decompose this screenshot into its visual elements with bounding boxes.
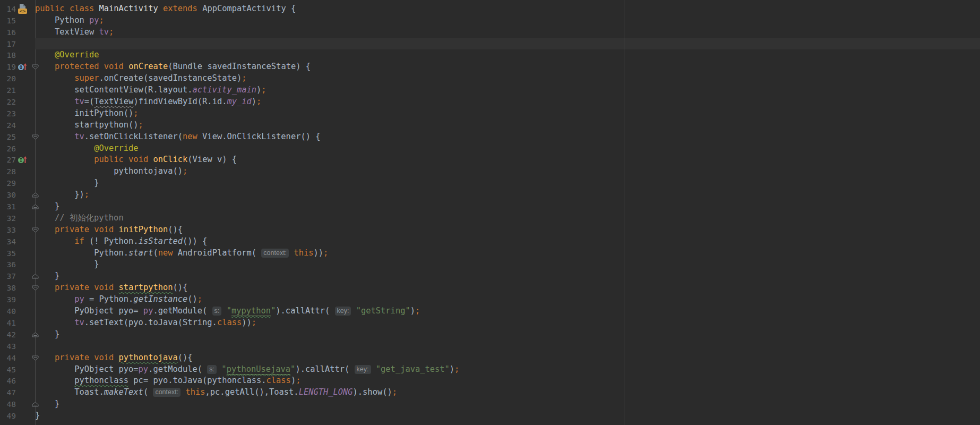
line-number[interactable]: 39 <box>0 294 16 305</box>
code-line-text: } <box>35 201 980 212</box>
code-line[interactable]: 35 Python.start(new AndroidPlatform( con… <box>0 248 980 259</box>
line-number[interactable]: 24 <box>0 120 16 131</box>
line-number[interactable]: 30 <box>0 189 16 201</box>
line-number[interactable]: 35 <box>0 248 16 259</box>
code-line[interactable]: 41 tv.setText(pyo.toJava(String.class)); <box>0 317 980 329</box>
code-line[interactable]: 38 private void startpython(){ <box>0 282 980 294</box>
fold-marker-icon[interactable] <box>27 398 35 410</box>
line-number[interactable]: 31 <box>0 201 16 212</box>
line-number[interactable]: 41 <box>0 317 16 329</box>
code-line[interactable]: 30 }); <box>0 189 980 201</box>
code-line[interactable]: 44 private void pythontojava(){ <box>0 352 980 364</box>
line-number[interactable]: 20 <box>0 73 16 84</box>
code-line[interactable]: 15 Python py; <box>0 15 980 27</box>
line-number[interactable]: 25 <box>0 131 16 143</box>
line-number[interactable]: 47 <box>0 387 16 398</box>
line-number[interactable]: 29 <box>0 177 16 189</box>
code-token: .getModule( <box>148 364 207 374</box>
code-line[interactable]: 32 // 初始化python <box>0 212 980 224</box>
line-number[interactable]: 36 <box>0 259 16 270</box>
fold-marker-icon[interactable] <box>27 61 35 73</box>
code-line[interactable]: 42 } <box>0 329 980 341</box>
code-line[interactable]: 18 @Override <box>0 49 980 61</box>
code-line[interactable]: 24 startpython(); <box>0 120 980 131</box>
code-line[interactable]: 31 } <box>0 201 980 212</box>
line-number[interactable]: 19 <box>0 61 16 73</box>
code-line[interactable]: 25 tv.setOnClickListener(new View.OnClic… <box>0 131 980 143</box>
code-line[interactable]: 16 TextView tv; <box>0 27 980 38</box>
code-line[interactable]: 26 @Override <box>0 143 980 155</box>
code-line[interactable]: 19O protected void onCreate(Bundle saved… <box>0 61 980 73</box>
code-line[interactable]: 40 PyObject pyo= py.getModule( s: "mypyt… <box>0 305 980 317</box>
code-line[interactable]: 43 <box>0 341 980 352</box>
code-line[interactable]: 48 } <box>0 398 980 410</box>
gutter: 17 <box>0 38 35 50</box>
parameter-hint-chip: context: <box>261 249 289 258</box>
line-number[interactable]: 42 <box>0 329 16 341</box>
code-line[interactable]: 23 initPython(); <box>0 108 980 120</box>
implementing-method-icon[interactable]: I <box>16 154 27 166</box>
code-line-text: } <box>35 410 980 422</box>
gutter: 32 <box>0 212 35 224</box>
code-token <box>124 62 128 71</box>
code-line[interactable]: 20 super.onCreate(savedInstanceState); <box>0 73 980 84</box>
code-line[interactable]: 21 setContentView(R.layout.activity_main… <box>0 84 980 96</box>
code-line[interactable]: 47 Toast.makeText( context: this,pc.getA… <box>0 387 980 398</box>
line-number[interactable]: 45 <box>0 364 16 376</box>
code-token: new <box>158 248 173 258</box>
line-number[interactable]: 23 <box>0 108 16 120</box>
java-class-icon[interactable]: <> <box>16 3 27 15</box>
line-number[interactable]: 38 <box>0 282 16 294</box>
line-number[interactable]: 22 <box>0 96 16 108</box>
overriding-method-icon[interactable]: O <box>16 61 27 73</box>
line-number[interactable]: 46 <box>0 375 16 387</box>
fold-marker-icon[interactable] <box>27 224 35 236</box>
fold-marker-icon[interactable] <box>27 329 35 341</box>
code-line[interactable]: 14<>public class MainActivity extends Ap… <box>0 3 980 15</box>
code-line[interactable]: 37 } <box>0 270 980 282</box>
fold-marker-icon[interactable] <box>27 201 35 212</box>
code-token: ).callAttr( <box>295 364 354 374</box>
fold-marker-icon[interactable] <box>27 270 35 282</box>
fold-marker-icon[interactable] <box>27 131 35 143</box>
code-line[interactable]: 45 PyObject pyo=py.getModule( s: "python… <box>0 364 980 376</box>
gutter-icon-slot <box>16 177 27 189</box>
code-token: pythontojava <box>119 353 178 362</box>
line-number[interactable]: 16 <box>0 27 16 38</box>
code-token: } <box>35 178 99 188</box>
line-number[interactable]: 15 <box>0 15 16 27</box>
fold-marker-icon[interactable] <box>27 282 35 294</box>
line-number[interactable]: 14 <box>0 3 16 15</box>
line-number[interactable]: 27 <box>0 154 16 166</box>
fold-marker-icon[interactable] <box>27 189 35 201</box>
code-editor[interactable]: 1314<>public class MainActivity extends … <box>0 0 980 425</box>
line-number[interactable]: 37 <box>0 270 16 282</box>
fold-marker-icon[interactable] <box>27 352 35 364</box>
line-number[interactable]: 48 <box>0 398 16 410</box>
line-number[interactable]: 33 <box>0 224 16 236</box>
code-line[interactable]: 36 } <box>0 259 980 270</box>
line-number[interactable]: 26 <box>0 143 16 155</box>
code-line[interactable]: 27I public void onClick(View v) { <box>0 154 980 166</box>
code-line[interactable]: 39 py = Python.getInstance(); <box>0 294 980 305</box>
code-token <box>35 155 94 164</box>
code-line[interactable]: 29 } <box>0 177 980 189</box>
parameter-hint-chip: s: <box>207 365 217 374</box>
line-number[interactable]: 49 <box>0 410 16 422</box>
code-line[interactable]: 28 pythontojava(); <box>0 166 980 177</box>
line-number[interactable]: 32 <box>0 212 16 224</box>
code-line[interactable]: 22 tv=(TextView)findViewById(R.id.my_id)… <box>0 96 980 108</box>
line-number[interactable]: 17 <box>0 38 16 50</box>
line-number[interactable]: 44 <box>0 352 16 364</box>
code-line[interactable]: 17 <box>0 38 980 50</box>
code-line[interactable]: 46 pythonclass pc= pyo.toJava(pythonclas… <box>0 375 980 387</box>
line-number[interactable]: 43 <box>0 341 16 352</box>
line-number[interactable]: 28 <box>0 166 16 177</box>
code-line[interactable]: 33 private void initPython(){ <box>0 224 980 236</box>
line-number[interactable]: 18 <box>0 49 16 61</box>
line-number[interactable]: 40 <box>0 305 16 317</box>
code-line[interactable]: 34 if (! Python.isStarted()) { <box>0 236 980 248</box>
code-line[interactable]: 49} <box>0 410 980 422</box>
line-number[interactable]: 21 <box>0 84 16 96</box>
line-number[interactable]: 34 <box>0 236 16 248</box>
